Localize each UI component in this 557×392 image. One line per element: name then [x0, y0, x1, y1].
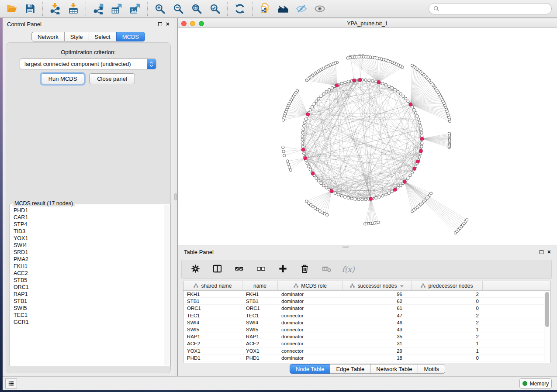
column-header-successor-nodes[interactable]: successor nodes: [343, 281, 412, 290]
new-network-from-selection-button[interactable]: [256, 1, 274, 16]
table-row[interactable]: TEC1TEC1connector472: [183, 312, 550, 319]
mcds-result-item[interactable]: SWI5: [14, 305, 164, 312]
network-window: YPA_prune.txt_1: [178, 18, 557, 245]
mcds-node: [369, 197, 373, 201]
tab-motifs[interactable]: Motifs: [418, 364, 445, 374]
mcds-result-item[interactable]: ACE2: [14, 270, 164, 277]
table-row[interactable]: SWI5SWI5connector431: [183, 326, 550, 333]
toolbar-separator: [86, 2, 86, 16]
network-node: [374, 196, 377, 199]
table-options-button[interactable]: [189, 262, 202, 276]
cell-successor-nodes: 43: [343, 326, 412, 333]
search-box[interactable]: [429, 3, 552, 14]
close-panel-icon[interactable]: ×: [166, 22, 170, 26]
mcds-result-item[interactable]: PHD1: [14, 207, 164, 214]
show-graphics-details-button[interactable]: [311, 1, 329, 16]
mcds-result-item[interactable]: STP4: [14, 221, 164, 228]
column-header-MCDS-role[interactable]: MCDS role: [278, 281, 343, 290]
export-image-button[interactable]: [126, 1, 144, 16]
mcds-result-item[interactable]: ORC1: [14, 284, 164, 291]
tab-select[interactable]: Select: [89, 32, 117, 41]
list-icon: [7, 380, 15, 387]
mcds-result-item[interactable]: RAP1: [14, 291, 164, 298]
column-header-name[interactable]: name: [242, 281, 278, 290]
tab-network-table[interactable]: Network Table: [370, 364, 418, 374]
import-table-button[interactable]: [64, 1, 83, 16]
table-row[interactable]: ACE2ACE2connector311: [183, 340, 550, 347]
mcds-result-item[interactable]: STB5: [14, 277, 164, 284]
tab-network[interactable]: Network: [31, 32, 65, 41]
mcds-result-item[interactable]: CAR1: [14, 214, 164, 221]
panel-splitter[interactable]: [174, 18, 178, 376]
search-input[interactable]: [442, 6, 547, 12]
hide-selected-button[interactable]: [292, 1, 311, 16]
table-row[interactable]: YOX1YOX1connector291: [183, 347, 550, 354]
mcds-result-item[interactable]: STB1: [14, 298, 164, 305]
zoom-fit-button[interactable]: [187, 1, 206, 16]
table-row[interactable]: RAP1RAP1dominator352: [183, 333, 550, 340]
run-mcds-button[interactable]: Run MCDS: [41, 73, 84, 84]
network-node: [407, 177, 409, 179]
tab-edge-table[interactable]: Edge Table: [330, 364, 370, 374]
float-table-panel-icon[interactable]: [540, 250, 543, 254]
open-file-button[interactable]: [3, 1, 21, 16]
zoom-selected-button[interactable]: [206, 1, 224, 16]
network-node: [350, 197, 353, 200]
close-window-icon[interactable]: [181, 21, 187, 26]
tab-node-table[interactable]: Node Table: [290, 364, 331, 374]
refresh-view-button[interactable]: [231, 1, 249, 16]
network-node: [283, 154, 286, 157]
tab-mcds[interactable]: MCDS: [116, 32, 145, 41]
table-row[interactable]: SWI4SWI4dominator462: [183, 319, 550, 326]
network-node: [399, 184, 402, 187]
zoom-selected-icon: [209, 3, 221, 14]
task-history-button[interactable]: [5, 378, 17, 389]
import-network-button[interactable]: [46, 1, 64, 16]
table-row[interactable]: PHD1PHD1dominator180: [183, 354, 550, 361]
table-row[interactable]: FKH1FKH1dominator962: [183, 291, 550, 298]
column-header-shared-name[interactable]: shared name: [183, 281, 242, 290]
network-node: [326, 213, 329, 216]
splitter-grabber[interactable]: [174, 193, 177, 200]
export-network-button[interactable]: [89, 1, 107, 16]
network-node: [364, 79, 367, 81]
mcds-result-item[interactable]: TEC1: [14, 312, 164, 319]
mcds-result-item[interactable]: TID3: [14, 228, 164, 235]
zoom-out-button[interactable]: [169, 1, 187, 16]
table-row[interactable]: ORC1ORC1dominator610: [183, 305, 550, 312]
network-canvas[interactable]: [178, 28, 557, 245]
mcds-result-item[interactable]: SRD1: [14, 249, 164, 256]
mcds-result-item[interactable]: GCR1: [14, 319, 164, 326]
column-type-icon: [421, 283, 426, 288]
first-neighbors-button[interactable]: [274, 1, 292, 16]
mcds-list-scrollbar[interactable]: [164, 205, 170, 365]
mcds-result-item[interactable]: SWI4: [14, 242, 164, 249]
export-table-button[interactable]: [107, 1, 126, 16]
deselect-all-button[interactable]: [254, 262, 267, 276]
delete-column-button[interactable]: [298, 262, 311, 276]
table-scrollbar-thumb[interactable]: [545, 292, 549, 327]
column-view-button[interactable]: [211, 262, 224, 276]
network-node: [429, 192, 432, 195]
network-titlebar[interactable]: YPA_prune.txt_1: [178, 19, 557, 28]
table-scrollbar[interactable]: [544, 291, 550, 362]
minimize-window-icon[interactable]: [190, 21, 195, 26]
network-graph[interactable]: [178, 28, 557, 245]
maximize-window-icon[interactable]: [199, 21, 204, 26]
tab-style[interactable]: Style: [64, 32, 89, 41]
zoom-in-button[interactable]: [151, 1, 169, 16]
mcds-result-item[interactable]: PMA2: [14, 256, 164, 263]
mcds-result-item[interactable]: YOX1: [14, 235, 164, 242]
memory-button[interactable]: Memory: [519, 378, 552, 389]
optimization-criterion-select[interactable]: largest connected component (undirected): [20, 58, 156, 69]
save-session-button[interactable]: [21, 1, 39, 16]
add-column-button[interactable]: [276, 262, 289, 276]
float-window-icon[interactable]: [158, 22, 162, 26]
mcds-buttons-row: Run MCDS Close panel: [6, 73, 170, 85]
column-header-predecessor-nodes[interactable]: predecessor nodes: [412, 281, 483, 290]
select-all-button[interactable]: [232, 262, 246, 276]
close-table-panel-icon[interactable]: ×: [547, 250, 551, 254]
mcds-result-item[interactable]: FKH1: [14, 263, 164, 270]
close-panel-button[interactable]: Close panel: [89, 73, 135, 84]
table-row[interactable]: STB1STB1dominator620: [183, 298, 550, 305]
